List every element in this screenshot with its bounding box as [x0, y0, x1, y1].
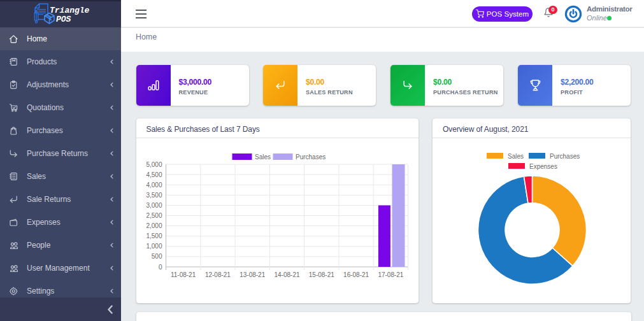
- svg-text:Sales: Sales: [255, 153, 271, 160]
- svg-text:Expenses: Expenses: [529, 163, 557, 170]
- svg-text:1,500: 1,500: [146, 232, 162, 239]
- svg-text:Sales: Sales: [508, 153, 524, 160]
- svg-text:17-08-21: 17-08-21: [378, 271, 403, 278]
- svg-text:15-08-21: 15-08-21: [308, 271, 334, 278]
- svg-text:Purchases: Purchases: [550, 153, 580, 160]
- svg-text:4,500: 4,500: [146, 171, 162, 178]
- svg-text:0: 0: [158, 264, 162, 271]
- svg-text:1,000: 1,000: [146, 243, 162, 250]
- svg-text:3,000: 3,000: [146, 202, 162, 209]
- svg-text:13-08-21: 13-08-21: [240, 271, 265, 278]
- svg-text:12-08-21: 12-08-21: [204, 271, 230, 278]
- svg-text:500: 500: [151, 253, 162, 260]
- svg-text:4,000: 4,000: [146, 182, 162, 189]
- svg-text:3,500: 3,500: [146, 192, 162, 199]
- svg-text:16-08-21: 16-08-21: [343, 271, 369, 278]
- svg-text:14-08-21: 14-08-21: [274, 271, 299, 278]
- svg-text:11-08-21: 11-08-21: [170, 271, 196, 278]
- svg-text:2,500: 2,500: [146, 212, 162, 219]
- svg-text:5,000: 5,000: [146, 161, 162, 168]
- svg-text:Purchases: Purchases: [296, 153, 326, 160]
- svg-text:2,000: 2,000: [146, 222, 162, 229]
